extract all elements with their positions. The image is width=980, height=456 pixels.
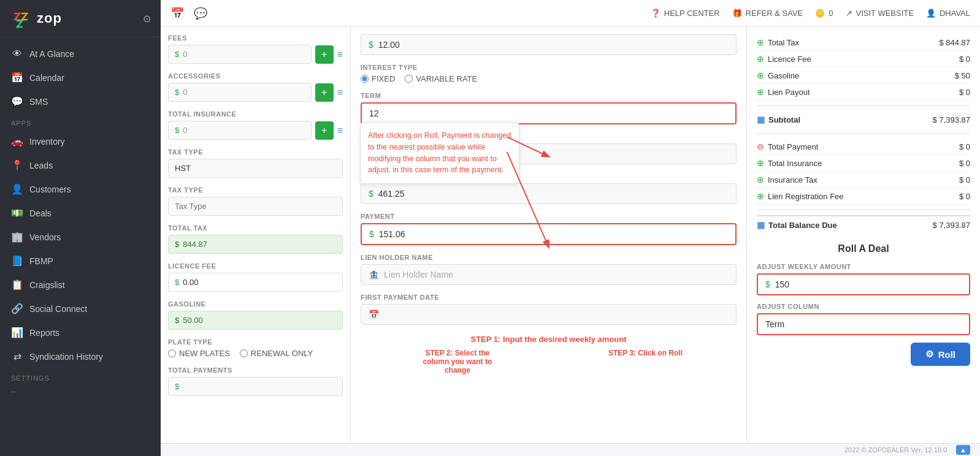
sidebar-label-fbmp: FBMP	[29, 256, 53, 266]
notification-icon[interactable]: ⊙	[143, 13, 151, 25]
vendors-icon: 🏢	[11, 231, 23, 243]
sidebar-item-social-connect[interactable]: 🔗 Social Connect	[0, 297, 161, 321]
summary-lien-payout-value: $ 0	[959, 88, 970, 97]
payment-input[interactable]: $ 151.06	[361, 223, 737, 245]
user-icon: 👤	[926, 9, 936, 18]
renewal-only-input[interactable]	[240, 349, 248, 357]
sidebar-item-inventory[interactable]: 🚗 Inventory	[0, 129, 161, 153]
first-payment-input[interactable]: 📅	[361, 304, 737, 325]
interest-type-label: INTEREST TYPE	[361, 64, 737, 71]
summary-total-insurance-value: $ 0	[959, 159, 970, 168]
licence-dollar-icon: $	[175, 278, 179, 287]
sidebar-item-craigslist[interactable]: 📋 Craigslist	[0, 273, 161, 297]
gasoline-value: 50.00	[183, 316, 203, 325]
total-tax-value: 844.87	[183, 240, 207, 249]
sidebar-item-fbmp[interactable]: 📘 FBMP	[0, 249, 161, 273]
summary-lien-payout: ⊕ Lien Payout $ 0	[757, 84, 970, 101]
interest-type-radio-group: FIXED VARIABLE RATE	[361, 74, 737, 83]
interest-amount-input[interactable]: $ 461.25	[361, 183, 737, 204]
fees-list-button[interactable]: ≡	[337, 49, 343, 60]
tax-type2-input[interactable]	[168, 197, 343, 216]
tax-type-label: TAX TYPE	[168, 148, 343, 156]
sidebar-item-customers[interactable]: 👤 Customers	[0, 177, 161, 201]
total-insurance-row: $ 0 + ≡	[168, 121, 343, 140]
lien-bank-icon: 🏦	[369, 270, 379, 279]
amount-dollar-icon: $	[369, 40, 373, 50]
refer-save-button[interactable]: 🎁 REFER & SAVE	[732, 9, 803, 18]
variable-rate-input[interactable]	[405, 75, 413, 83]
adjust-weekly-input[interactable]: $ 150	[757, 273, 970, 295]
accessories-value: 0	[183, 88, 187, 97]
amount-group: $ 12.00	[361, 34, 737, 55]
total-tax-dollar-icon: $	[175, 240, 179, 249]
payments-dollar-icon: $	[175, 382, 179, 391]
fees-input[interactable]: $ 0	[168, 45, 312, 64]
gift-icon: 🎁	[732, 9, 742, 18]
gasoline-dollar-icon: $	[175, 316, 179, 325]
fees-row: $ 0 + ≡	[168, 45, 343, 64]
licence-fee-label: LICENCE FEE	[168, 262, 343, 270]
term-input[interactable]	[361, 102, 737, 124]
user-button[interactable]: 👤 DHAVAL	[926, 9, 970, 18]
total-payments-label: TOTAL PAYMENTS	[168, 367, 343, 374]
topbar: 📅 💬 ❓ HELP CENTER 🎁 REFER & SAVE 🪙 0 ↗ V…	[161, 0, 980, 27]
plate-type-label: PLATE TYPE	[168, 338, 343, 346]
renewal-only-radio[interactable]: RENEWAL ONLY	[240, 349, 313, 358]
lien-holder-input[interactable]: 🏦 Lien Holder Name	[361, 264, 737, 285]
roll-button[interactable]: ⚙ Roll	[911, 343, 970, 366]
apps-section-label: APPS	[0, 113, 161, 129]
fees-value: 0	[183, 50, 187, 59]
tax-type-select[interactable]: HST GST PST	[168, 159, 343, 178]
summary-gasoline: ⊕ Gasoline $ 50	[757, 67, 970, 84]
licence-fee-field[interactable]: $ 0.00	[168, 273, 343, 292]
total-insurance-input[interactable]: $ 0	[168, 121, 312, 140]
sidebar-item-leads[interactable]: 📍 Leads	[0, 153, 161, 177]
help-center-button[interactable]: ❓ HELP CENTER	[651, 9, 720, 18]
settings-section-label: SETTINGS	[0, 368, 161, 384]
sidebar-item-deals[interactable]: 💵 Deals	[0, 201, 161, 225]
accessories-list-button[interactable]: ≡	[337, 87, 343, 98]
sidebar-item-at-a-glance[interactable]: 👁 At A Glance	[0, 42, 161, 66]
calendar-date-icon: 📅	[369, 310, 379, 319]
amount-input[interactable]: $ 12.00	[361, 34, 737, 55]
step2-text: STEP 2: Select the column you want to ch…	[415, 349, 500, 374]
logo-area: zop	[10, 7, 62, 29]
variable-rate-radio[interactable]: VARIABLE RATE	[405, 74, 477, 83]
new-plates-input[interactable]	[168, 349, 176, 357]
insurance-list-button[interactable]: ≡	[337, 125, 343, 136]
fixed-radio[interactable]: FIXED	[361, 74, 395, 83]
term-label: TERM	[361, 92, 737, 99]
accessories-add-button[interactable]: +	[315, 83, 334, 102]
gasoline-field[interactable]: $ 50.00	[168, 311, 343, 330]
external-link-icon: ↗	[846, 9, 852, 18]
fees-add-button[interactable]: +	[315, 45, 334, 64]
fees-group: FEES $ 0 + ≡	[168, 34, 343, 64]
help-icon: ❓	[651, 9, 660, 18]
accessories-input[interactable]: $ 0	[168, 83, 312, 102]
accessories-group: ACCESSORIES $ 0 + ≡	[168, 72, 343, 102]
sidebar-item-sms[interactable]: 💬 SMS	[0, 89, 161, 113]
plate-type-radio-group: NEW PLATES RENEWAL ONLY	[168, 349, 343, 358]
topbar-chat-icon[interactable]: 💬	[194, 7, 207, 20]
sidebar-item-reports[interactable]: 📊 Reports	[0, 321, 161, 344]
new-plates-radio[interactable]: NEW PLATES	[168, 349, 230, 358]
coins-button[interactable]: 🪙 0	[815, 9, 833, 18]
coins-count: 0	[829, 9, 833, 18]
inventory-icon: 🚗	[11, 135, 23, 147]
adjust-column-select[interactable]: Term Rate Amount	[757, 313, 970, 335]
adjust-column-label: ADJUST COLUMN	[757, 303, 970, 310]
sidebar-item-vendors[interactable]: 🏢 Vendors	[0, 225, 161, 249]
adjust-weekly-group: ADJUST WEEKLY AMOUNT $ 150	[757, 263, 970, 295]
fixed-label: FIXED	[372, 74, 395, 83]
fixed-radio-input[interactable]	[361, 75, 369, 83]
topbar-calendar-icon[interactable]: 📅	[170, 7, 184, 20]
sidebar-label-craigslist: Craigslist	[29, 280, 65, 290]
insurance-add-button[interactable]: +	[315, 121, 334, 140]
visit-website-button[interactable]: ↗ VISIT WEBSITE	[846, 9, 914, 18]
tax-type-group: TAX TYPE HST GST PST	[168, 148, 343, 178]
scroll-top-button[interactable]: ▲	[956, 445, 970, 455]
sidebar-item-calendar[interactable]: 📅 Calendar	[0, 66, 161, 89]
grid-icon-subtotal: ▦	[757, 115, 765, 124]
sidebar-item-syndication-history[interactable]: ⇄ Syndication History	[0, 344, 161, 368]
total-insurance-label: TOTAL INSURANCE	[168, 110, 343, 118]
